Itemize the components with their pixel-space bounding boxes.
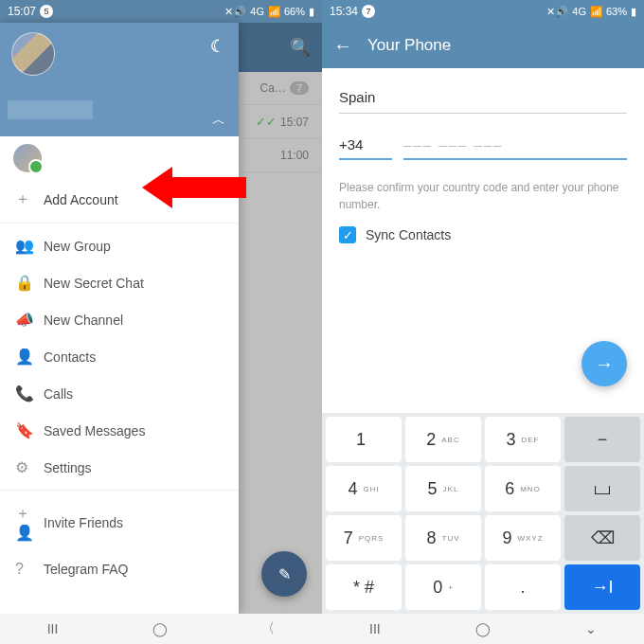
person-icon: 👤 (15, 348, 44, 366)
gear-icon: ⚙ (15, 458, 44, 476)
key-3[interactable]: 3DEF (485, 417, 561, 462)
notification-count-badge: 7 (362, 5, 375, 18)
compose-fab[interactable]: ✎ (261, 551, 307, 597)
menu-invite-friends[interactable]: ＋👤 Invite Friends (0, 494, 239, 551)
screenshot-right: 15:34 7 ✕🔊 4G 📶 63% ▮ ← Your Phone Spain… (322, 0, 644, 644)
scrim[interactable] (239, 23, 322, 614)
phone-icon: 📞 (15, 385, 44, 402)
mute-icon: ✕🔊 (224, 6, 246, 18)
key-8[interactable]: 8TUV (405, 515, 481, 561)
status-bar: 15:07 5 ✕🔊 4G 📶 66% ▮ (0, 0, 322, 23)
divider (0, 490, 239, 491)
lock-icon: 🔒 (15, 274, 44, 292)
home-button[interactable]: ◯ (152, 621, 168, 636)
signal-icon: 📶 (590, 6, 602, 18)
navigation-drawer: ☾ ︿ ＋ Add Account 👥 New Group 🔒 New Secr… (0, 23, 239, 614)
continue-fab[interactable]: → (581, 341, 627, 386)
mute-icon: ✕🔊 (546, 6, 568, 18)
key-7[interactable]: 7PQRS (326, 515, 402, 561)
status-right: ✕🔊 4G 📶 66% ▮ (224, 6, 314, 18)
key-2[interactable]: 2ABC (405, 417, 481, 462)
collapse-keyboard-button[interactable]: ⌄ (585, 621, 597, 636)
menu-settings[interactable]: ⚙ Settings (0, 449, 239, 486)
status-bar: 15:34 7 ✕🔊 4G 📶 63% ▮ (322, 0, 644, 23)
key-4[interactable]: 4GHI (326, 466, 402, 511)
phone-number-input[interactable]: ––– ––– ––– (403, 131, 627, 160)
sync-contacts-row[interactable]: ✓ Sync Contacts (339, 226, 627, 243)
back-arrow-icon[interactable]: ← (333, 35, 352, 57)
key-period[interactable]: . (485, 564, 561, 610)
pencil-icon: ✎ (278, 565, 291, 583)
status-time: 15:34 (330, 5, 358, 18)
app-toolbar: ← Your Phone (322, 23, 644, 68)
android-nav-bar: III ◯ ⌄ (322, 614, 644, 644)
plus-icon: ＋ (15, 189, 44, 209)
sync-contacts-label: Sync Contacts (366, 227, 451, 242)
country-selector[interactable]: Spain (339, 81, 627, 114)
menu-new-group[interactable]: 👥 New Group (0, 227, 239, 264)
home-button[interactable]: ◯ (475, 621, 491, 636)
key-enter[interactable]: →I (564, 564, 640, 610)
android-nav-bar: III ◯ 〈 (0, 614, 322, 644)
notification-count-badge: 5 (40, 5, 53, 18)
battery-label: 63% (606, 6, 627, 17)
enter-icon: →I (591, 578, 613, 598)
page-title: Your Phone (367, 36, 451, 55)
key-space[interactable]: ⌴ (564, 466, 640, 511)
menu-new-secret-chat[interactable]: 🔒 New Secret Chat (0, 264, 239, 301)
hint-text: Please confirm your country code and ent… (339, 179, 627, 213)
night-mode-icon[interactable]: ☾ (210, 36, 225, 57)
battery-label: 66% (284, 6, 305, 17)
battery-icon: ▮ (309, 6, 314, 18)
form: Spain +34 ––– ––– ––– Please confirm you… (322, 68, 644, 243)
network-label: 4G (572, 6, 586, 17)
key-1[interactable]: 1 (326, 417, 402, 462)
megaphone-icon: 📣 (15, 311, 44, 329)
account-name-redacted (8, 100, 93, 119)
numeric-keypad: 1 2ABC 3DEF − 4GHI 5JKL 6MNO ⌴ 7PQRS 8TU… (322, 413, 644, 614)
group-icon: 👥 (15, 237, 44, 255)
chevron-up-icon[interactable]: ︿ (212, 112, 225, 129)
key-0[interactable]: 0+ (405, 564, 481, 610)
space-icon: ⌴ (594, 479, 611, 499)
annotation-arrow (142, 167, 246, 208)
avatar[interactable] (11, 32, 55, 76)
key-backspace[interactable]: ⌫ (564, 515, 640, 561)
drawer-header: ☾ ︿ (0, 23, 239, 136)
country-code-input[interactable]: +34 (339, 131, 392, 160)
backspace-icon: ⌫ (591, 528, 615, 548)
back-button[interactable]: 〈 (261, 620, 275, 637)
menu-saved-messages[interactable]: 🔖 Saved Messages (0, 412, 239, 449)
key-star-hash[interactable]: * # (326, 564, 402, 610)
invite-icon: ＋👤 (15, 504, 44, 542)
help-icon: ? (15, 561, 44, 578)
add-account-label: Add Account (44, 192, 118, 207)
phone-input-row: +34 ––– ––– ––– (339, 131, 627, 160)
divider (0, 223, 239, 224)
status-right: ✕🔊 4G 📶 63% ▮ (546, 6, 636, 18)
screenshot-left: 15:07 5 ✕🔊 4G 📶 66% ▮ 🔍 Ca… 7 ✓✓ 15:07 1… (0, 0, 322, 644)
recents-button[interactable]: III (47, 621, 59, 636)
menu-contacts[interactable]: 👤 Contacts (0, 338, 239, 375)
checkbox-checked-icon[interactable]: ✓ (339, 226, 356, 243)
menu-telegram-faq[interactable]: ? Telegram FAQ (0, 551, 239, 587)
signal-icon: 📶 (268, 6, 280, 18)
arrow-right-icon: → (595, 353, 614, 375)
menu-calls[interactable]: 📞 Calls (0, 375, 239, 412)
status-time: 15:07 (8, 5, 36, 18)
bookmark-icon: 🔖 (15, 421, 44, 439)
network-label: 4G (250, 6, 264, 17)
menu-new-channel[interactable]: 📣 New Channel (0, 301, 239, 338)
battery-icon: ▮ (631, 6, 636, 18)
recents-button[interactable]: III (369, 621, 381, 636)
key-minus[interactable]: − (564, 417, 640, 462)
key-9[interactable]: 9WXYZ (485, 515, 561, 561)
avatar-small (13, 144, 42, 172)
key-6[interactable]: 6MNO (485, 466, 561, 511)
key-5[interactable]: 5JKL (405, 466, 481, 511)
